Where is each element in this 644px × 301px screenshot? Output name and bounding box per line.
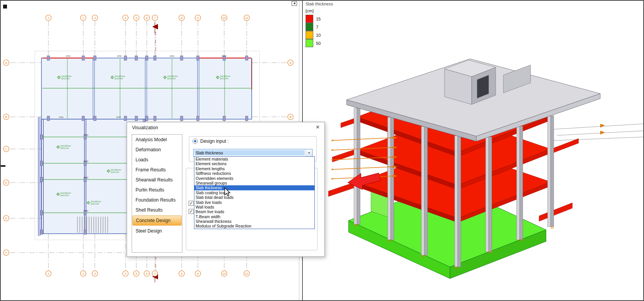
chevron-down-icon[interactable]: ▾ xyxy=(306,149,312,156)
dropdown-option[interactable]: Beam live loads xyxy=(194,209,314,214)
design-input-radio[interactable]: Design input : xyxy=(192,139,228,144)
category-list: Analysis ModelDeformationLoadsFrame Resu… xyxy=(132,134,182,253)
svg-text:3: 3 xyxy=(94,272,96,275)
legend-entry: 15 xyxy=(304,15,333,23)
svg-text:Q=0.2 t/m²: Q=0.2 t/m² xyxy=(111,171,119,173)
legend-title: Slab thickness xyxy=(306,2,333,6)
category-item[interactable]: Steel Design xyxy=(132,226,182,236)
svg-text:25/50: 25/50 xyxy=(222,55,226,57)
legend-entry: 50 xyxy=(304,39,333,47)
radio-icon xyxy=(192,139,198,144)
checkbox-1[interactable]: ✓ xyxy=(189,201,194,206)
combobox-dropdown-list: Element materialsElement sectionsElement… xyxy=(194,156,315,229)
check-icon: ✓ xyxy=(189,209,193,214)
legend-swatch xyxy=(306,31,313,39)
svg-text:11: 11 xyxy=(245,272,248,275)
close-icon: ✕ xyxy=(316,124,320,130)
dropdown-option[interactable]: Shearwall groups xyxy=(194,181,314,185)
dropdown-option[interactable]: Stiffness reductions xyxy=(194,171,314,176)
svg-text:C: C xyxy=(5,147,7,151)
svg-text:Q=0.2 t/m²: Q=0.2 t/m² xyxy=(91,203,99,205)
dialog-title: Visualization xyxy=(132,125,158,130)
dropdown-option[interactable]: Modulus of Subgrade Reaction xyxy=(194,224,314,228)
legend-value: 50 xyxy=(316,41,321,46)
dropdown-option[interactable]: Overridden elements xyxy=(194,176,314,181)
svg-text:5: 5 xyxy=(136,16,137,20)
category-item[interactable]: Frame Results xyxy=(132,165,182,175)
dropdown-option[interactable]: Slab thickness xyxy=(194,185,314,190)
svg-text:25/50: 25/50 xyxy=(59,116,64,118)
svg-text:6: 6 xyxy=(146,16,148,20)
svg-text:G=0.325 t/m²: G=0.325 t/m² xyxy=(167,75,178,77)
svg-text:1: 1 xyxy=(48,272,49,275)
category-item[interactable]: Shearwall Results xyxy=(132,175,182,185)
svg-text:4: 4 xyxy=(125,272,126,275)
svg-text:25/50: 25/50 xyxy=(66,55,70,57)
legend-entry: 10 xyxy=(304,31,333,39)
legend: Slab thickness [cm] 1571050 xyxy=(304,1,333,47)
svg-text:7: 7 xyxy=(154,16,156,20)
svg-text:A: A xyxy=(289,61,291,65)
svg-text:A: A xyxy=(5,61,7,65)
category-item[interactable]: Purlin Results xyxy=(132,185,182,195)
svg-text:G=0.325 t/m²: G=0.325 t/m² xyxy=(111,169,121,171)
svg-text:25/50: 25/50 xyxy=(117,55,122,57)
svg-text:D: D xyxy=(5,181,7,185)
svg-text:B: B xyxy=(289,115,291,119)
svg-text:9: 9 xyxy=(197,272,199,275)
dropdown-option[interactable]: Element materials xyxy=(194,157,314,161)
svg-text:F: F xyxy=(5,251,7,255)
legend-value: 10 xyxy=(316,33,321,38)
category-item[interactable]: Shell Results xyxy=(132,205,182,215)
svg-text:10: 10 xyxy=(223,272,226,275)
dimension-lines xyxy=(548,124,644,141)
svg-text:2: 2 xyxy=(82,16,84,20)
dropdown-option[interactable]: Wall loads xyxy=(194,205,314,209)
category-item[interactable]: Loads xyxy=(132,155,182,165)
checkbox-2[interactable]: ✓ xyxy=(189,209,194,214)
splitter-grip-icon[interactable]: ◄ xyxy=(292,1,297,6)
svg-text:Q=0.2 t/m²: Q=0.2 t/m² xyxy=(220,78,228,80)
close-button[interactable]: ✕ xyxy=(316,124,320,130)
svg-text:Q=0.2 t/m²: Q=0.2 t/m² xyxy=(60,147,69,149)
svg-text:Q=0.2 t/m²: Q=0.2 t/m² xyxy=(61,78,70,80)
svg-text:G=0.325 t/m²: G=0.325 t/m² xyxy=(60,192,71,194)
legend-unit: [cm] xyxy=(306,9,333,13)
legend-value: 15 xyxy=(316,17,321,21)
category-item[interactable]: Concrete Design xyxy=(132,215,182,226)
dropdown-option[interactable]: Slab live loads xyxy=(194,200,314,205)
legend-entry: 7 xyxy=(304,23,333,31)
svg-text:Q=0.2 t/m²: Q=0.2 t/m² xyxy=(115,78,123,80)
dropdown-option[interactable]: Slab coating loads xyxy=(194,190,314,195)
svg-text:G=0.325 t/m²: G=0.325 t/m² xyxy=(91,201,101,203)
svg-text:25/50: 25/50 xyxy=(84,161,88,162)
category-item[interactable]: Deformation xyxy=(132,145,182,155)
design-input-label: Design input : xyxy=(200,139,228,144)
svg-text:25/50: 25/50 xyxy=(84,134,88,136)
svg-text:11: 11 xyxy=(245,16,248,20)
svg-text:2: 2 xyxy=(82,272,84,275)
check-icon: ✓ xyxy=(189,201,193,205)
svg-text:3: 3 xyxy=(94,16,96,20)
model-3d-view[interactable] xyxy=(328,59,644,279)
legend-entries: 1571050 xyxy=(304,15,333,47)
svg-text:Q=0.2 t/m²: Q=0.2 t/m² xyxy=(167,78,176,80)
dropdown-option[interactable]: T-Beam width xyxy=(194,214,314,219)
svg-text:25/50: 25/50 xyxy=(170,55,174,57)
dropdown-option[interactable]: Shearwall thickness xyxy=(194,219,314,224)
design-input-combobox[interactable]: Slab thickness ▾ xyxy=(193,149,313,157)
category-item[interactable]: Foundation Results xyxy=(132,195,182,205)
svg-text:Q=0.2 t/m²: Q=0.2 t/m² xyxy=(60,195,69,197)
legend-swatch xyxy=(306,23,313,31)
category-item[interactable]: Analysis Model xyxy=(132,135,182,145)
legend-value: 7 xyxy=(316,25,318,29)
combobox-value: Slab thickness xyxy=(194,150,305,156)
legend-swatch xyxy=(306,15,313,23)
dropdown-option[interactable]: Element lengths xyxy=(194,166,314,171)
dropdown-option[interactable]: Slab total dead loads xyxy=(194,195,314,200)
svg-text:7: 7 xyxy=(154,272,156,275)
svg-text:G=0.325 t/m²: G=0.325 t/m² xyxy=(220,75,230,77)
svg-text:B: B xyxy=(5,115,7,119)
svg-text:5: 5 xyxy=(136,272,137,275)
dropdown-option[interactable]: Element sections xyxy=(194,161,314,166)
